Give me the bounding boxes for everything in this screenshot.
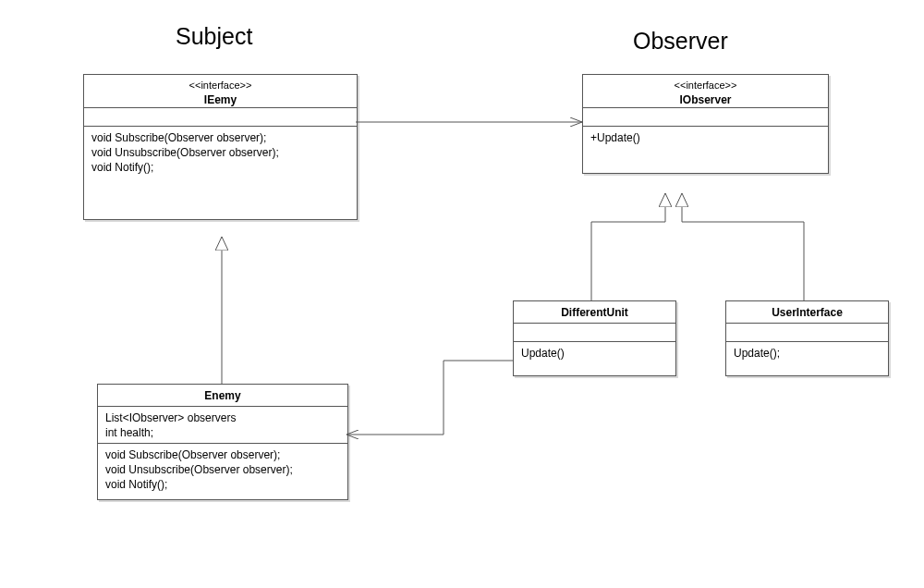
enemy-attrs: List<IObserver> observers int health; (98, 407, 347, 444)
realize-userinterface-iobserver (682, 193, 804, 300)
enemy-methods: void Subscribe(Observer observer); void … (98, 444, 347, 499)
realize-differentunit-iobserver (591, 193, 665, 300)
ieemy-stereotype: <<interface>> (91, 79, 349, 92)
differentunit-name: DifferentUnit (521, 305, 668, 320)
ieemy-method: void Notify(); (91, 160, 349, 175)
assoc-differentunit-enemy (346, 361, 513, 435)
ieemy-method: void Subscribe(Observer observer); (91, 130, 349, 145)
differentunit-attrs (514, 324, 675, 342)
title-subject: Subject (176, 23, 252, 50)
iobserver-stereotype: <<interface>> (590, 79, 821, 92)
differentunit-methods: Update() (514, 342, 675, 375)
enemy-method: void Notify(); (105, 477, 340, 492)
class-iobserver: <<interface>> IObserver +Update() (582, 74, 829, 174)
ieemy-name: IEemy (91, 92, 349, 107)
differentunit-method: Update() (521, 346, 668, 361)
ieemy-method: void Unsubscribe(Observer observer); (91, 145, 349, 160)
iobserver-methods: +Update() (583, 127, 828, 173)
title-observer: Observer (633, 28, 728, 55)
userinterface-name: UserInterface (734, 305, 881, 320)
class-enemy: Enemy List<IObserver> observers int heal… (97, 384, 348, 500)
class-userinterface: UserInterface Update(); (725, 300, 889, 376)
userinterface-attrs (726, 324, 888, 342)
enemy-name: Enemy (105, 388, 340, 403)
enemy-method: void Unsubscribe(Observer observer); (105, 462, 340, 477)
ieemy-methods: void Subscribe(Observer observer); void … (84, 127, 357, 219)
userinterface-method: Update(); (734, 346, 881, 361)
enemy-attr: List<IObserver> observers (105, 410, 340, 425)
class-differentunit: DifferentUnit Update() (513, 300, 676, 376)
iobserver-attrs (583, 108, 828, 127)
class-ieemy: <<interface>> IEemy void Subscribe(Obser… (83, 74, 358, 220)
userinterface-methods: Update(); (726, 342, 888, 375)
iobserver-method: +Update() (590, 130, 821, 145)
enemy-attr: int health; (105, 425, 340, 440)
ieemy-attrs (84, 108, 357, 127)
iobserver-name: IObserver (590, 92, 821, 107)
enemy-method: void Subscribe(Observer observer); (105, 447, 340, 462)
